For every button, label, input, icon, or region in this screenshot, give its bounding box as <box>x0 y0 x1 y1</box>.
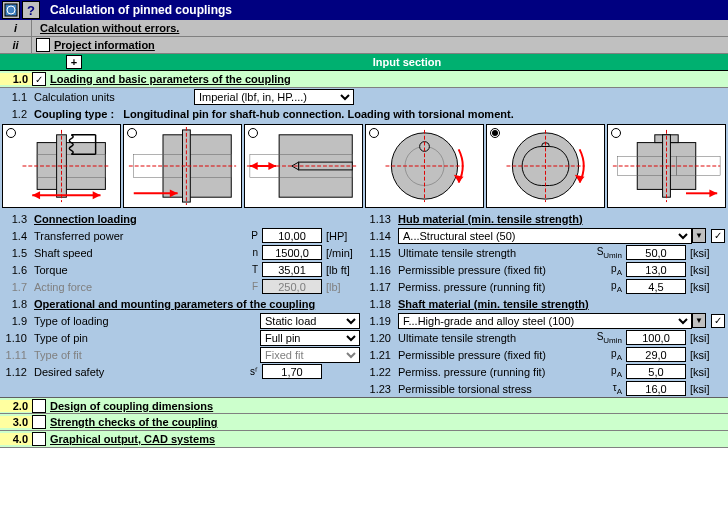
type-pin-label: Type of pin <box>32 332 260 344</box>
radio-type-1[interactable] <box>6 128 16 138</box>
shaft-tors-input[interactable] <box>626 381 686 396</box>
row-4-0: 4.0 <box>0 433 32 445</box>
shaft-material-select[interactable]: F...High-grade and alloy steel (100) <box>398 313 692 329</box>
hub-pfix-input[interactable] <box>626 262 686 277</box>
type-loading-label: Type of loading <box>32 315 260 327</box>
diagram-6[interactable] <box>607 124 726 208</box>
diagram-1[interactable] <box>2 124 121 208</box>
shaft-uts-input[interactable] <box>626 330 686 345</box>
hub-material-hdr: Hub material (min. tensile strength) <box>396 213 728 225</box>
hub-prun-label: Permiss. pressure (running fit) <box>396 281 596 293</box>
shaft-tors-label: Permissible torsional stress <box>396 383 596 395</box>
row-ii: ii <box>0 37 32 53</box>
window-title: Calculation of pinned couplings <box>50 3 232 17</box>
diagram-2[interactable] <box>123 124 242 208</box>
svg-marker-23 <box>250 162 258 170</box>
project-checkbox[interactable] <box>36 38 50 52</box>
hub-prun-input[interactable] <box>626 279 686 294</box>
coupling-diagrams <box>0 122 728 210</box>
type-fit-select[interactable]: Fixed fit <box>260 347 360 363</box>
acting-force-label: Acting force <box>32 281 232 293</box>
shaft-prun-label: Permiss. pressure (running fit) <box>396 366 596 378</box>
calc-units-label: Calculation units <box>32 91 194 103</box>
coupling-type-label: Coupling type : <box>34 108 114 120</box>
row-3-0: 3.0 <box>0 416 32 428</box>
shaft-material-hdr: Shaft material (min. tensile strength) <box>396 298 728 310</box>
svg-marker-45 <box>709 189 717 197</box>
transferred-power-label: Transferred power <box>32 230 232 242</box>
coupling-type-desc: Longitudinal pin for shaft-hub connectio… <box>123 108 513 120</box>
diagram-3[interactable] <box>244 124 363 208</box>
s2-title: Design of coupling dimensions <box>50 400 213 412</box>
expand-input-section[interactable]: + <box>66 55 82 69</box>
torque-input[interactable] <box>262 262 322 277</box>
s2-checkbox[interactable] <box>32 399 46 413</box>
shaft-material-checkbox[interactable]: ✓ <box>711 314 725 328</box>
desired-safety-input[interactable] <box>262 364 322 379</box>
shaft-prun-input[interactable] <box>626 364 686 379</box>
hub-uts-input[interactable] <box>626 245 686 260</box>
hub-material-select[interactable]: A...Structural steel (50) <box>398 228 692 244</box>
row-i: i <box>0 20 32 36</box>
torque-label: Torque <box>32 264 232 276</box>
project-label: Project information <box>54 39 155 51</box>
desired-safety-label: Desired safety <box>32 366 232 378</box>
shaft-speed-input[interactable] <box>262 245 322 260</box>
shaft-pfix-input[interactable] <box>626 347 686 362</box>
row-1-0: 1.0 <box>0 73 32 85</box>
input-section-label: Input section <box>86 56 728 68</box>
s1-checkbox[interactable]: ✓ <box>32 72 46 86</box>
connection-loading-hdr: Connection loading <box>32 213 364 225</box>
shaft-speed-label: Shaft speed <box>32 247 232 259</box>
type-loading-select[interactable]: Static load <box>260 313 360 329</box>
svg-marker-9 <box>32 191 40 199</box>
s1-title: Loading and basic parameters of the coup… <box>50 73 291 85</box>
hub-material-checkbox[interactable]: ✓ <box>711 229 725 243</box>
op-mount-hdr: Operational and mounting parameters of t… <box>32 298 364 310</box>
s4-checkbox[interactable] <box>32 432 46 446</box>
row-2-0: 2.0 <box>0 400 32 412</box>
radio-type-5[interactable] <box>490 128 500 138</box>
hub-material-dropdown-icon[interactable]: ▼ <box>692 228 706 243</box>
hub-pfix-label: Permissible pressure (fixed fit) <box>396 264 596 276</box>
help-icon[interactable]: ? <box>22 1 40 19</box>
acting-force-input <box>262 279 322 294</box>
radio-type-3[interactable] <box>248 128 258 138</box>
radio-type-4[interactable] <box>369 128 379 138</box>
s3-checkbox[interactable] <box>32 415 46 429</box>
diagram-4[interactable] <box>365 124 484 208</box>
s3-title: Strength checks of the coupling <box>50 416 217 428</box>
hub-uts-label: Ultimate tensile strength <box>396 247 596 259</box>
s4-title: Graphical output, CAD systems <box>50 433 215 445</box>
type-pin-select[interactable]: Full pin <box>260 330 360 346</box>
shaft-material-dropdown-icon[interactable]: ▼ <box>692 313 706 328</box>
diagram-5[interactable] <box>486 124 605 208</box>
svg-marker-8 <box>93 191 101 199</box>
status-text: Calculation without errors. <box>40 22 179 34</box>
app-icon[interactable] <box>2 1 20 19</box>
type-fit-label: Type of fit <box>32 349 260 361</box>
calc-units-select[interactable]: Imperial (lbf, in, HP....) <box>194 89 354 105</box>
transferred-power-input[interactable] <box>262 228 322 243</box>
shaft-pfix-label: Permissible pressure (fixed fit) <box>396 349 596 361</box>
radio-type-6[interactable] <box>611 128 621 138</box>
svg-marker-24 <box>268 162 276 170</box>
radio-type-2[interactable] <box>127 128 137 138</box>
shaft-uts-label: Ultimate tensile strength <box>396 332 596 344</box>
